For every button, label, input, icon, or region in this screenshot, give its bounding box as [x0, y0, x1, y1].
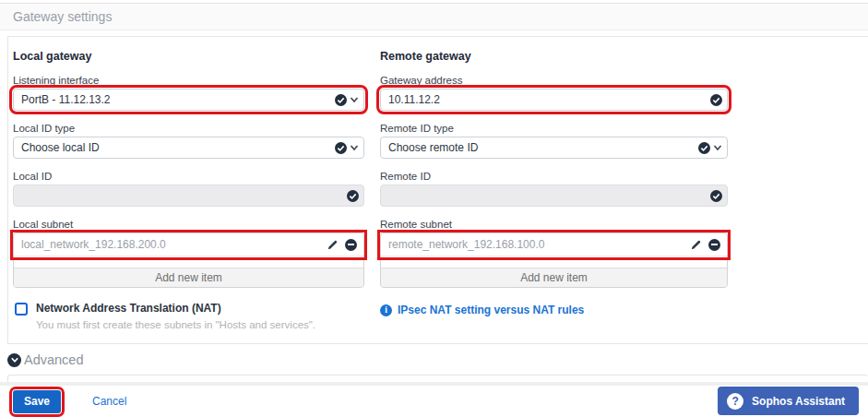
field-icon-group — [710, 89, 722, 110]
nat-row: Network Address Translation (NAT) You mu… — [13, 302, 364, 330]
gateway-address-value: 10.11.12.2 — [388, 93, 440, 106]
gateway-settings-panel: Local gateway Listening interface PortB … — [7, 36, 868, 344]
save-button[interactable]: Save — [13, 390, 61, 413]
remove-minus-icon[interactable] — [345, 239, 357, 251]
list-empty-space — [14, 256, 363, 268]
chevron-down-circle-icon — [7, 353, 21, 367]
question-bubble-icon: ? — [727, 393, 743, 410]
nat-hint: You must first create these subnets in "… — [36, 319, 315, 330]
local-id-type-select[interactable]: Choose local ID — [13, 137, 364, 159]
field-icon-group — [698, 137, 722, 158]
valid-check-icon — [710, 190, 722, 202]
local-id-input — [13, 185, 364, 207]
chevron-down-icon — [350, 143, 359, 152]
local-subnet-item-value: local_network_192.168.200.0 — [21, 238, 166, 251]
list-empty-space — [381, 256, 727, 268]
listening-interface-select[interactable]: PortB - 11.12.13.2 — [13, 89, 364, 111]
local-id-label: Local ID — [13, 171, 364, 182]
item-icon-group — [327, 233, 357, 256]
panel-right-spacer — [743, 41, 868, 330]
field-icon-group — [347, 185, 359, 206]
remote-id-input — [380, 185, 728, 207]
remote-subnet-add-button[interactable]: Add new item — [381, 268, 727, 287]
chevron-down-icon — [713, 143, 722, 152]
valid-check-icon — [347, 190, 359, 202]
section-titlebar: Gateway settings — [0, 3, 868, 30]
listening-interface-label: Listening interface — [13, 75, 364, 86]
advanced-label: Advanced — [24, 352, 84, 367]
edit-pencil-icon[interactable] — [327, 239, 339, 251]
advanced-toggle[interactable]: Advanced — [7, 352, 868, 367]
edit-pencil-icon[interactable] — [690, 239, 702, 251]
ipsec-nat-link[interactable]: IPsec NAT setting versus NAT rules — [398, 304, 584, 316]
local-subnet-label: Local subnet — [13, 219, 364, 230]
local-id-type-value: Choose local ID — [21, 141, 100, 154]
chevron-down-icon — [350, 95, 359, 104]
local-gateway-heading: Local gateway — [13, 50, 364, 63]
remote-id-type-select[interactable]: Choose remote ID — [380, 137, 728, 159]
listening-interface-value: PortB - 11.12.13.2 — [21, 93, 111, 106]
remote-gateway-column: Remote gateway Gateway address 10.11.12.… — [380, 41, 728, 330]
gateway-address-label: Gateway address — [380, 75, 728, 86]
nat-text-block: Network Address Translation (NAT) You mu… — [36, 302, 315, 330]
remote-id-label: Remote ID — [380, 171, 728, 182]
field-icon-group — [335, 89, 359, 110]
sophos-assistant-button[interactable]: ? Sophos Assistant — [718, 387, 859, 415]
local-subnet-item: local_network_192.168.200.0 — [14, 233, 363, 256]
remove-minus-icon[interactable] — [708, 239, 720, 251]
item-icon-group — [690, 233, 720, 256]
nat-checkbox[interactable] — [15, 303, 28, 316]
remote-gateway-heading: Remote gateway — [380, 50, 728, 63]
local-id-type-label: Local ID type — [13, 123, 364, 134]
local-subnet-list: local_network_192.168.200.0 Add new item — [13, 232, 364, 288]
remote-subnet-item: remote_network_192.168.100.0 — [381, 233, 727, 256]
local-subnet-add-button[interactable]: Add new item — [14, 268, 363, 287]
nat-label: Network Address Translation (NAT) — [36, 302, 315, 315]
remote-id-type-label: Remote ID type — [380, 123, 728, 134]
nat-info-row: i IPsec NAT setting versus NAT rules — [380, 304, 728, 316]
gateway-address-input[interactable]: 10.11.12.2 — [380, 89, 728, 111]
valid-check-icon — [710, 94, 722, 106]
field-icon-group — [710, 185, 722, 206]
local-gateway-column: Local gateway Listening interface PortB … — [13, 41, 364, 330]
remote-subnet-item-value: remote_network_192.168.100.0 — [388, 238, 544, 251]
cancel-link[interactable]: Cancel — [92, 395, 126, 408]
field-icon-group — [335, 137, 359, 158]
remote-subnet-label: Remote subnet — [380, 219, 728, 230]
valid-check-icon — [335, 94, 347, 106]
remote-id-type-value: Choose remote ID — [388, 141, 478, 154]
sophos-assistant-label: Sophos Assistant — [752, 395, 845, 408]
valid-check-icon — [335, 142, 347, 154]
footer-bar: Save Cancel ? Sophos Assistant — [0, 382, 868, 417]
info-icon: i — [380, 304, 392, 316]
valid-check-icon — [698, 142, 710, 154]
page-title: Gateway settings — [13, 9, 112, 24]
remote-subnet-list: remote_network_192.168.100.0 Add new ite… — [380, 232, 728, 288]
